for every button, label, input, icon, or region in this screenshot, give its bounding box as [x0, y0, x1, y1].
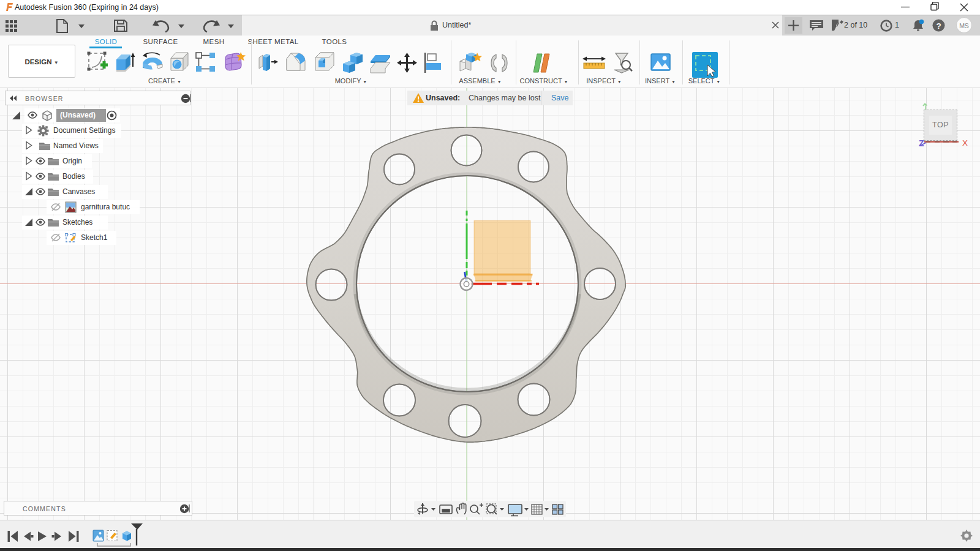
- svg-text:X: X: [962, 138, 968, 148]
- svg-text:Z: Z: [919, 138, 924, 148]
- svg-text:?: ?: [936, 21, 941, 31]
